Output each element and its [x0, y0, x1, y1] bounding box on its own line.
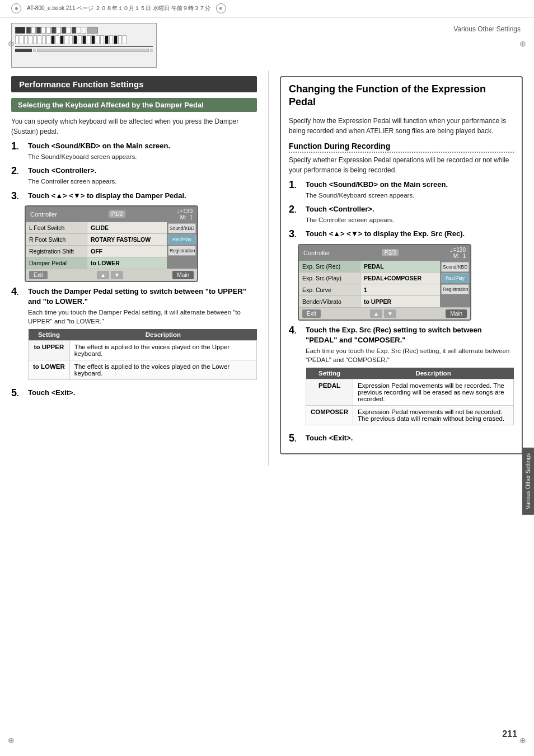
- step-4-main: Touch the Damper Pedal setting to switch…: [28, 287, 257, 307]
- right-intro-text: Specify how the Expression Pedal will fu…: [289, 116, 514, 136]
- right-step-1: 1. Touch <Sound/KBD> on the Main screen.…: [289, 180, 514, 200]
- top-image-area: Various Other Settings: [0, 17, 534, 71]
- sidebar-registration-btn-right[interactable]: Registration: [441, 284, 469, 294]
- table-cell-setting-1: to LOWER: [29, 360, 70, 380]
- table-cell-setting-0: to UPPER: [29, 341, 70, 360]
- right-ctrl-row-0: Exp. Src (Rec) PEDAL: [299, 261, 440, 273]
- step-5-main: Touch <Exit>.: [28, 388, 257, 398]
- ctrl-title-right: Controller: [303, 250, 330, 256]
- step-3-main: Touch <▲> <▼> to display the Damper Peda…: [28, 191, 257, 201]
- ctrl-page-right: P2/3: [382, 249, 399, 256]
- table-cell-desc-1: The effect is applied to the voices play…: [69, 360, 256, 380]
- right-column: Changing the Function of the Expression …: [269, 71, 534, 466]
- right-step-4: 4. Touch the Exp. Src (Rec) setting to s…: [289, 325, 514, 429]
- sidebar-recplay-btn-right[interactable]: Rec/Play: [441, 273, 469, 283]
- ctrl-row-0: L Foot Switch GLIDE: [26, 222, 167, 234]
- right-ctrl-row-1: Exp. Src (Play) PEDAL+COMPOSER: [299, 273, 440, 284]
- ctrl-up-btn-left[interactable]: ▲: [97, 271, 109, 279]
- right-table-cell-setting-1: COMPOSER: [306, 406, 353, 425]
- table-header-description: Description: [69, 329, 256, 341]
- table-cell-desc-0: The effect is applied to the voices play…: [69, 341, 256, 360]
- step-2-main: Touch <Controller>.: [28, 166, 257, 176]
- left-controller-screen: Controller P1/2 ♩=130 M: 1 L Foot Switch…: [25, 205, 198, 282]
- sidebar-sound-kbd-btn-right[interactable]: Sound/KBD: [441, 262, 469, 272]
- ctrl-up-btn-right[interactable]: ▲: [370, 309, 382, 318]
- crosshair-icon-tr: ⊕: [216, 3, 226, 13]
- right-table-header-description: Description: [353, 368, 514, 379]
- right-section-box: Changing the Function of the Expression …: [280, 76, 523, 454]
- ctrl-row-1: R Foot Switch ROTARY FAST/SLOW: [26, 234, 167, 246]
- right-table-cell-desc-1: Expression Pedal movements will not be r…: [353, 406, 514, 425]
- corner-mark-tl: ⊕: [8, 39, 15, 48]
- right-controller-screen: Controller P2/3 ♩=130 M: 1 Exp. Src (Rec…: [298, 244, 471, 321]
- corner-mark-tr: ⊕: [519, 39, 526, 48]
- step-4-sub: Each time you touch the Damper Pedal set…: [28, 308, 257, 326]
- keyboard-diagram: [11, 23, 157, 68]
- step-3: 3. Touch <▲> <▼> to display the Damper P…: [11, 191, 257, 201]
- step-2: 2. Touch <Controller>. The Controller sc…: [11, 166, 257, 186]
- step-1-sub: The Sound/Keyboard screen appears.: [28, 152, 257, 161]
- ctrl-page-left: P1/2: [109, 210, 126, 218]
- right-table-cell-setting-0: PEDAL: [306, 379, 353, 406]
- right-step-3: 3. Touch <▲> <▼> to display the Exp. Src…: [289, 229, 514, 239]
- right-step-2-sub: The Controller screen appears.: [306, 215, 514, 224]
- right-subsection-intro: Specify whether Expression Pedal operati…: [289, 155, 514, 175]
- right-step-2-main: Touch <Controller>.: [306, 204, 514, 214]
- corner-mark-br: ⊕: [519, 736, 526, 745]
- right-table-cell-desc-0: Expression Pedal movements will be recor…: [353, 379, 514, 406]
- right-section-title: Changing the Function of the Expression …: [289, 83, 514, 111]
- table-row: to UPPER The effect is applied to the vo…: [29, 341, 257, 360]
- right-step-1-main: Touch <Sound/KBD> on the Main screen.: [306, 180, 514, 190]
- left-subsection-title: Selecting the Keyboard Affected by the D…: [11, 98, 257, 112]
- step-1: 1. Touch <Sound/KBD> on the Main screen.…: [11, 141, 257, 161]
- ctrl-tempo-left: ♩=130 M: 1: [177, 208, 193, 220]
- right-step-1-sub: The Sound/Keyboard screen appears.: [306, 191, 514, 200]
- header-meta: AT-800_e.book 211 ページ ２０８年１０月１５日 水曜日 午前９…: [27, 4, 210, 12]
- ctrl-down-btn-right[interactable]: ▼: [384, 309, 396, 318]
- left-settings-table: Setting Description to UPPER The effect …: [28, 329, 257, 380]
- corner-mark-bl: ⊕: [8, 736, 15, 745]
- header-bar: ⊕ AT-800_e.book 211 ページ ２０８年１０月１５日 水曜日 午…: [0, 0, 534, 17]
- step-5: 5. Touch <Exit>.: [11, 388, 257, 398]
- ctrl-main-btn-left[interactable]: Main: [172, 271, 194, 279]
- ctrl-tempo-right: ♩=130 M: 1: [450, 247, 466, 259]
- sidebar-sound-kbd-btn-left[interactable]: Sound/KBD: [168, 223, 196, 233]
- table-row: PEDAL Expression Pedal movements will be…: [306, 379, 514, 406]
- table-header-setting: Setting: [29, 329, 70, 341]
- ctrl-main-btn-right[interactable]: Main: [446, 309, 467, 318]
- left-intro-text: You can specify which keyboard will be a…: [11, 116, 257, 137]
- right-step-2: 2. Touch <Controller>. The Controller sc…: [289, 204, 514, 224]
- sidebar-recplay-btn-left[interactable]: Rec/Play: [168, 234, 196, 245]
- left-section-title: Performance Function Settings: [11, 76, 257, 92]
- crosshair-icon-tl: ⊕: [11, 3, 21, 13]
- ctrl-row-2: Registration Shift OFF: [26, 246, 167, 257]
- table-row: COMPOSER Expression Pedal movements will…: [306, 406, 514, 425]
- ctrl-exit-btn-right[interactable]: Exit: [302, 309, 321, 318]
- right-step-3-main: Touch <▲> <▼> to display the Exp. Src (R…: [306, 229, 514, 239]
- ctrl-down-btn-left[interactable]: ▼: [111, 271, 123, 279]
- right-step-4-sub: Each time you touch the Exp. Src (Rec) s…: [306, 346, 514, 364]
- ctrl-row-3: Damper Pedal to LOWER: [26, 257, 167, 269]
- ctrl-title-left: Controller: [30, 211, 57, 218]
- step-2-sub: The Controller screen appears.: [28, 177, 257, 186]
- right-subsection-heading: Function During Recording: [289, 142, 514, 153]
- ctrl-exit-btn-left[interactable]: Exit: [29, 271, 48, 279]
- right-step-5: 5. Touch <Exit>.: [289, 433, 514, 443]
- side-tab: Various Other Settings: [522, 448, 534, 515]
- right-table-header-setting: Setting: [306, 368, 353, 379]
- page-section-label: Various Other Settings: [157, 23, 523, 35]
- left-column: Performance Function Settings Selecting …: [0, 71, 269, 466]
- right-ctrl-row-3: Bender/Vibrato to UPPER: [299, 296, 440, 307]
- right-step-4-main: Touch the Exp. Src (Rec) setting to swit…: [306, 325, 514, 345]
- table-row: to LOWER The effect is applied to the vo…: [29, 360, 257, 380]
- sidebar-registration-btn-left[interactable]: Registration: [168, 246, 196, 256]
- step-1-main: Touch <Sound/KBD> on the Main screen.: [28, 141, 257, 151]
- right-ctrl-row-2: Exp. Curve 1: [299, 284, 440, 296]
- main-content: Performance Function Settings Selecting …: [0, 71, 534, 466]
- step-4: 4. Touch the Damper Pedal setting to swi…: [11, 287, 257, 384]
- right-settings-table: Setting Description PEDAL Expression Ped…: [306, 368, 514, 425]
- right-step-5-main: Touch <Exit>.: [306, 433, 514, 443]
- page-number: 211: [502, 729, 517, 739]
